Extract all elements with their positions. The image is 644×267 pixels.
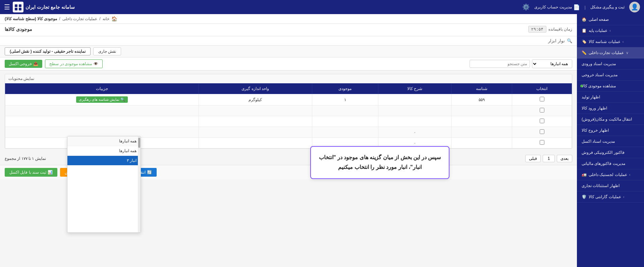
table-action-bar: نمایش محتویات — [5, 74, 572, 83]
dropdown-warehouse3-option[interactable]: انبار ۳ — [67, 156, 141, 165]
chevron-icon: › — [609, 29, 611, 33]
sidebar-item-incoming-docs[interactable]: مدیریت اسناد ورودی — [577, 58, 644, 70]
view-inventory-button[interactable]: 👁️ مشاهده موجودی در سطح — [45, 59, 103, 68]
sidebar-item-product-id[interactable]: › عملیات شناسه کالا 🏷️ — [577, 36, 644, 47]
chevron-icon: › — [623, 195, 625, 199]
sidebar-item-base-ops[interactable]: › عملیات پایه 📋 — [577, 25, 644, 36]
base-ops-icon: 📋 — [582, 28, 587, 33]
scrollbar-thumb — [138, 138, 140, 148]
warranty-label: عملیات گارانتی کالا — [589, 194, 621, 199]
cell-unit: کیلوگرم — [199, 94, 312, 105]
next-page-button[interactable]: بعدی — [557, 155, 572, 162]
sidebar-item-home[interactable]: صفحه اصلی 🏠 — [577, 14, 644, 25]
search-toolbar-label: 🔍 نوار ابزار — [548, 38, 572, 43]
cell-select[interactable] — [512, 94, 572, 105]
time-label: زمان باقیمانده — [548, 27, 572, 32]
active-dot — [580, 85, 583, 87]
breadcrumb-home-icon[interactable]: 🏠 — [111, 16, 117, 21]
logistics-icon: 🚛 — [582, 172, 587, 177]
page-nav: بعدی 1 قبلی — [525, 155, 572, 162]
sidebar-item-domestic-trade[interactable]: ∨ عملیات تجارت داخلی ✏️ — [577, 47, 644, 58]
show-contents-label: نمایش محتویات — [8, 76, 34, 81]
row-checkbox[interactable] — [540, 129, 544, 134]
sidebar-item-warranty[interactable]: › عملیات گارانتی کالا 🛡️ — [577, 191, 644, 203]
trade-exceptions-label: اظهار استثنائات تجاری — [582, 183, 620, 188]
excel-docs-label: مدیریت اسناد اکسل — [582, 139, 615, 144]
home-label: صفحه اصلی — [589, 17, 609, 22]
manage-account-link[interactable]: 📄 مدیریت حساب کاربری — [534, 4, 580, 10]
chevron-icon: › — [629, 173, 631, 177]
excel-save-icon: 📊 — [48, 170, 53, 175]
roles-bar: نقش جاری نماینده تاجر حقیقی - تولید کنند… — [0, 46, 577, 57]
product-id-icon: 🏷️ — [582, 39, 587, 44]
table-row-empty-2 — [5, 116, 572, 127]
warehouse-dropdown-panel[interactable]: همه انبارها همه انبارها انبار ۳ — [67, 136, 141, 233]
sidebar-item-declare-production[interactable]: اظهار تولید — [577, 92, 644, 103]
register-problem-link[interactable]: ثبت و پیگیری مشکل — [590, 5, 625, 9]
page-title-bar: زمان باقیمانده ۲۹:۵۴ موجودی کالاها — [5, 26, 572, 33]
cell-details[interactable]: 🔍 نمایش شناسه های رهگیری — [5, 94, 199, 105]
time-remaining: زمان باقیمانده ۲۹:۵۴ — [528, 26, 572, 33]
export-excel-button[interactable]: 📤 خروجی اکسل — [5, 60, 42, 68]
col-details: جزییات — [5, 84, 199, 94]
header-left: سامانه جامع تجارت ایران ☰ — [4, 2, 75, 12]
dropdown-all-option[interactable]: همه انبارها — [67, 146, 141, 156]
action-bar: همه انبارها 👁️ مشاهده موجودی در سطح 📤 خر… — [0, 57, 577, 71]
row-checkbox[interactable] — [540, 140, 544, 145]
incoming-docs-label: مدیریت اسناد ورودی — [582, 61, 616, 66]
prev-page-button[interactable]: قبلی — [525, 155, 541, 162]
col-select: انتخاب — [512, 84, 572, 94]
declare-import-label: اظهار ورود کالا — [582, 106, 607, 110]
tax-invoices-label: مدیریت فاکتورهای مالیاتی — [582, 161, 625, 166]
sidebar-item-declare-import[interactable]: اظهار ورود کالا — [577, 103, 644, 114]
sidebar-item-view-inventory[interactable]: مشاهده موجودی کالا — [577, 81, 644, 92]
declare-production-label: اظهار تولید — [582, 95, 600, 99]
sidebar-item-logistics[interactable]: › عملیات لجستیک داخلی 🚛 — [577, 169, 644, 180]
sidebar-item-e-invoice[interactable]: فاکتور الکترونیکی فروش — [577, 147, 644, 158]
base-ops-label: عملیات پایه — [589, 28, 607, 33]
cell-description — [378, 94, 451, 105]
outgoing-docs-label: مدیریت اسناد خروجی — [582, 73, 618, 77]
dropdown-scrollbar[interactable] — [138, 136, 141, 232]
page-title: موجودی کالاها — [5, 27, 32, 32]
warehouse-select[interactable]: همه انبارها — [532, 59, 572, 68]
main-content: 🏠 خانه / عملیات تجارت داخلی / موجودی کال… — [0, 14, 577, 267]
sidebar-item-transfer-ownership[interactable]: انتقال مالکیت و مکان(فروش) — [577, 114, 644, 125]
sidebar-item-trade-exceptions[interactable]: اظهار استثنائات تجاری — [577, 180, 644, 191]
table-row-empty-1 — [5, 105, 572, 116]
save-excel-button[interactable]: 📊 ثبت سند با فایل اکسل — [5, 168, 57, 177]
svg-rect-3 — [19, 8, 21, 10]
sidebar-item-outgoing-docs[interactable]: مدیریت اسناد خروجی — [577, 70, 644, 81]
row-checkbox[interactable] — [540, 108, 544, 113]
domestic-trade-icon: ✏️ — [582, 50, 587, 55]
logistics-label: عملیات لجستیک داخلی — [589, 172, 627, 177]
avatar[interactable]: 👤 — [629, 2, 640, 12]
row-checkbox[interactable] — [540, 119, 544, 123]
toolbar-bar: 🔍 نوار ابزار — [0, 36, 577, 46]
tooltip-line2: انبار"، انبار مورد نظر را انتخاب میکنیم — [319, 163, 441, 172]
sidebar-item-declare-export[interactable]: اظهار خروج کالا — [577, 125, 644, 136]
search-toolbar-icon: 🔍 — [567, 38, 572, 43]
hamburger-icon[interactable]: ☰ — [4, 3, 10, 11]
show-tracking-ids-button[interactable]: 🔍 نمایش شناسه های رهگیری — [76, 96, 128, 103]
breadcrumb: 🏠 خانه / عملیات تجارت داخلی / موجودی کال… — [0, 14, 577, 24]
row-checkbox[interactable] — [540, 97, 544, 101]
breadcrumb-domestic-trade: عملیات تجارت داخلی — [62, 16, 98, 21]
transfer-icon: 🔄 — [147, 170, 152, 175]
content-area: سپس در این بخش از میان گزینه های موجود د… — [0, 71, 577, 267]
col-id: شناسه — [451, 84, 512, 94]
domestic-trade-label: عملیات تجارت داخلی — [589, 50, 624, 55]
dropdown-header: همه انبارها — [67, 136, 141, 146]
main-role-btn[interactable]: نماینده تاجر حقیقی - تولید کننده ( نقش ا… — [5, 47, 91, 55]
page-number-input[interactable]: 1 — [543, 155, 555, 162]
time-value: ۲۹:۵۴ — [528, 26, 546, 33]
logo: سامانه جامع تجارت ایران — [13, 2, 75, 12]
dropdown-empty — [67, 165, 141, 232]
sidebar-item-tax-invoices[interactable]: مدیریت فاکتورهای مالیاتی — [577, 158, 644, 169]
sidebar-item-excel-docs[interactable]: مدیریت اسناد اکسل — [577, 136, 644, 147]
tooltip-line1: سپس در این بخش از میان گزینه های موجود د… — [319, 153, 441, 163]
search-input[interactable] — [470, 60, 530, 68]
sidebar: صفحه اصلی 🏠 › عملیات پایه 📋 › عملیات شنا… — [577, 14, 644, 267]
eye-icon: 👁️ — [93, 61, 98, 66]
current-role-btn[interactable]: نقش جاری — [93, 47, 121, 55]
